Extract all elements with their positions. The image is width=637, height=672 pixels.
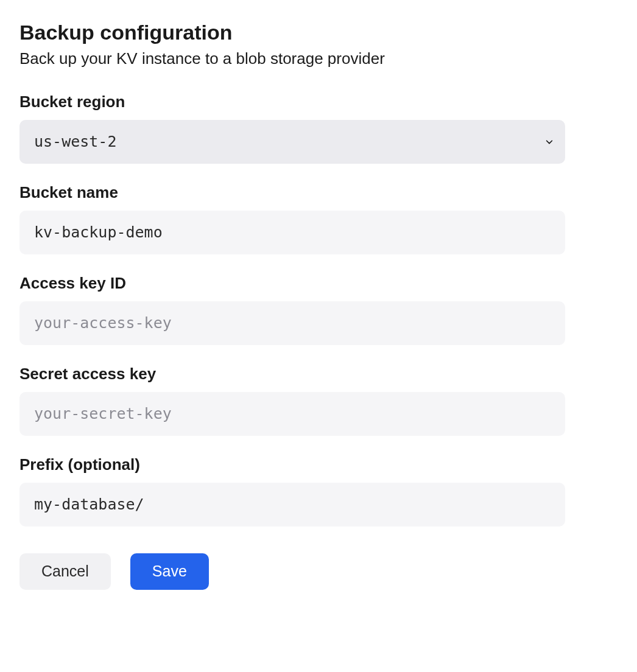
secret-access-key-group: Secret access key	[19, 365, 618, 436]
bucket-region-group: Bucket region us-west-2	[19, 93, 618, 164]
prefix-label: Prefix (optional)	[19, 455, 618, 474]
access-key-id-group: Access key ID	[19, 274, 618, 345]
access-key-id-input[interactable]	[19, 301, 565, 345]
cancel-button[interactable]: Cancel	[19, 553, 111, 590]
bucket-region-label: Bucket region	[19, 93, 618, 111]
bucket-region-select[interactable]: us-west-2	[19, 120, 565, 164]
bucket-region-select-wrapper: us-west-2	[19, 120, 565, 164]
bucket-name-group: Bucket name	[19, 183, 618, 254]
page-title: Backup configuration	[19, 19, 618, 46]
bucket-name-input[interactable]	[19, 211, 565, 254]
save-button[interactable]: Save	[130, 553, 209, 590]
page-subtitle: Back up your KV instance to a blob stora…	[19, 49, 618, 68]
secret-access-key-label: Secret access key	[19, 365, 618, 383]
prefix-input[interactable]	[19, 483, 565, 527]
prefix-group: Prefix (optional)	[19, 455, 618, 527]
bucket-name-label: Bucket name	[19, 183, 618, 202]
access-key-id-label: Access key ID	[19, 274, 618, 293]
secret-access-key-input[interactable]	[19, 392, 565, 436]
button-row: Cancel Save	[19, 553, 618, 590]
